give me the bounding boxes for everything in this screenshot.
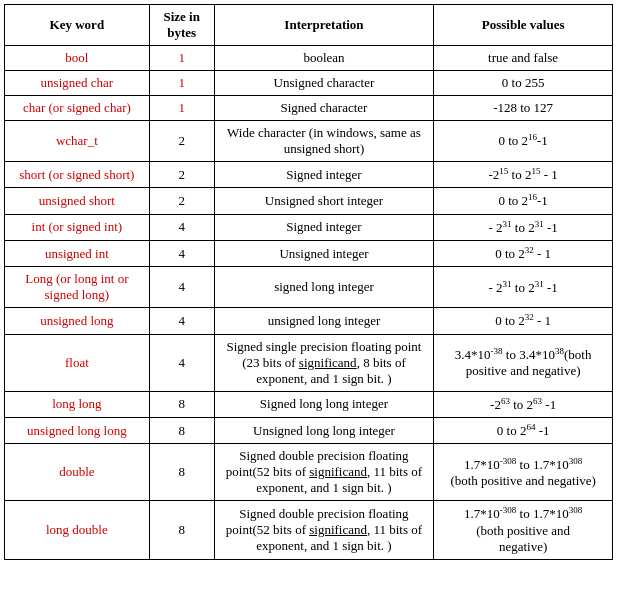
cell-values: 1.7*10-308 to 1.7*10308(both positive an… — [434, 501, 613, 559]
cell-keyword: unsigned char — [5, 71, 150, 96]
cell-size: 4 — [149, 214, 214, 240]
table-row: long double8Signed double precision floa… — [5, 501, 613, 559]
table-row: unsigned long4unsigned long integer0 to … — [5, 308, 613, 334]
cell-keyword: unsigned long — [5, 308, 150, 334]
cell-interpretation: Signed long long integer — [214, 391, 434, 417]
cell-size: 2 — [149, 121, 214, 162]
table-row: unsigned long long8Unsigned long long in… — [5, 417, 613, 443]
header-interpretation: Interpretation — [214, 5, 434, 46]
cell-size: 4 — [149, 240, 214, 266]
cell-keyword: char (or signed char) — [5, 96, 150, 121]
table-row: int (or signed int)4Signed integer- 231 … — [5, 214, 613, 240]
cell-keyword: Long (or long int or signed long) — [5, 267, 150, 308]
cell-values: 0 to 255 — [434, 71, 613, 96]
cell-interpretation: boolean — [214, 46, 434, 71]
cell-interpretation: Unsigned character — [214, 71, 434, 96]
table-row: double8Signed double precision floating … — [5, 444, 613, 501]
cell-size: 4 — [149, 308, 214, 334]
cell-values: 0 to 216-1 — [434, 121, 613, 162]
cell-keyword: unsigned long long — [5, 417, 150, 443]
cell-values: 0 to 232 - 1 — [434, 240, 613, 266]
table-row: unsigned short2Unsigned short integer0 t… — [5, 188, 613, 214]
cell-values: true and false — [434, 46, 613, 71]
cell-size: 8 — [149, 417, 214, 443]
table-row: short (or signed short)2Signed integer-2… — [5, 162, 613, 188]
cell-keyword: short (or signed short) — [5, 162, 150, 188]
cell-keyword: unsigned int — [5, 240, 150, 266]
cell-keyword: int (or signed int) — [5, 214, 150, 240]
cell-keyword: double — [5, 444, 150, 501]
header-keyword: Key word — [5, 5, 150, 46]
table-row: unsigned char1Unsigned character0 to 255 — [5, 71, 613, 96]
table-row: bool1booleantrue and false — [5, 46, 613, 71]
table-row: long long8Signed long long integer-263 t… — [5, 391, 613, 417]
cell-keyword: long long — [5, 391, 150, 417]
cell-values: 0 to 216-1 — [434, 188, 613, 214]
cell-values: - 231 to 231 -1 — [434, 267, 613, 308]
cell-values: 0 to 264 -1 — [434, 417, 613, 443]
cell-keyword: bool — [5, 46, 150, 71]
cell-keyword: wchar_t — [5, 121, 150, 162]
cell-interpretation: Unsigned short integer — [214, 188, 434, 214]
cell-values: - 231 to 231 -1 — [434, 214, 613, 240]
cell-size: 1 — [149, 96, 214, 121]
cell-size: 1 — [149, 71, 214, 96]
header-size: Size inbytes — [149, 5, 214, 46]
cell-values: 3.4*10-38 to 3.4*1038(both positive and … — [434, 334, 613, 391]
cell-size: 2 — [149, 162, 214, 188]
cell-size: 8 — [149, 444, 214, 501]
table-row: float4Signed single precision floating p… — [5, 334, 613, 391]
cell-size: 1 — [149, 46, 214, 71]
cell-interpretation: Unsigned long long integer — [214, 417, 434, 443]
cell-size: 4 — [149, 334, 214, 391]
cell-keyword: float — [5, 334, 150, 391]
table-row: char (or signed char)1Signed character-1… — [5, 96, 613, 121]
cell-values: 1.7*10-308 to 1.7*10308(both positive an… — [434, 444, 613, 501]
cell-values: -263 to 263 -1 — [434, 391, 613, 417]
cell-interpretation: Signed character — [214, 96, 434, 121]
cell-size: 4 — [149, 267, 214, 308]
cell-values: -215 to 215 - 1 — [434, 162, 613, 188]
cell-interpretation: Signed double precision floating point(5… — [214, 444, 434, 501]
cell-interpretation: Wide character (in windows, same as unsi… — [214, 121, 434, 162]
cell-interpretation: Signed integer — [214, 162, 434, 188]
table-row: unsigned int4Unsigned integer0 to 232 - … — [5, 240, 613, 266]
cell-interpretation: Signed double precision floating point(5… — [214, 501, 434, 559]
cell-interpretation: Unsigned integer — [214, 240, 434, 266]
cell-keyword: unsigned short — [5, 188, 150, 214]
cell-values: 0 to 232 - 1 — [434, 308, 613, 334]
cell-interpretation: Signed integer — [214, 214, 434, 240]
cell-interpretation: unsigned long integer — [214, 308, 434, 334]
table-row: wchar_t2Wide character (in windows, same… — [5, 121, 613, 162]
cell-size: 2 — [149, 188, 214, 214]
cell-size: 8 — [149, 391, 214, 417]
cell-interpretation: Signed single precision floating point (… — [214, 334, 434, 391]
header-values: Possible values — [434, 5, 613, 46]
cell-keyword: long double — [5, 501, 150, 559]
table-row: Long (or long int or signed long)4signed… — [5, 267, 613, 308]
cell-interpretation: signed long integer — [214, 267, 434, 308]
data-types-table: Key word Size inbytes Interpretation Pos… — [4, 4, 613, 560]
cell-values: -128 to 127 — [434, 96, 613, 121]
cell-size: 8 — [149, 501, 214, 559]
